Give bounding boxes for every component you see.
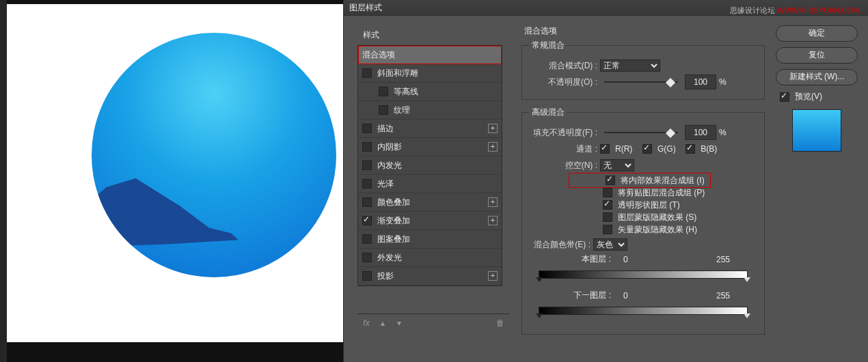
this-layer-black: 0: [623, 255, 651, 264]
checkbox-icon[interactable]: [362, 142, 372, 152]
arrow-up-icon[interactable]: ▴: [378, 318, 388, 328]
artwork-circle: [92, 33, 336, 277]
plus-icon[interactable]: +: [488, 197, 498, 207]
knockout-label: 挖空(N) :: [529, 160, 597, 171]
layer-mask-hides-checkbox[interactable]: [603, 212, 612, 222]
this-layer-white: 255: [716, 255, 744, 264]
checkbox-icon[interactable]: [362, 179, 372, 189]
style-label: 光泽: [377, 178, 394, 190]
style-label: 图案叠加: [377, 234, 410, 245]
group-legend: 高级混合: [529, 107, 567, 118]
underlying-black: 0: [623, 291, 651, 301]
fill-opacity-slider[interactable]: [604, 128, 678, 137]
channel-r-checkbox[interactable]: [600, 144, 610, 154]
style-inner-shadow[interactable]: 内阴影 +: [358, 138, 502, 156]
style-satin[interactable]: 光泽: [358, 175, 502, 193]
style-blending-options[interactable]: 混合选项: [358, 46, 502, 64]
dialog-titlebar[interactable]: 图层样式 思缘设计论坛 WWW.MISSYUAN.COM: [344, 0, 868, 16]
layer-mask-hides-row[interactable]: 图层蒙版隐藏效果 (S): [603, 211, 757, 223]
fill-opacity-input[interactable]: [685, 125, 716, 140]
opacity-label: 不透明度(O) :: [529, 76, 597, 88]
fx-icon[interactable]: fx: [362, 318, 371, 328]
checkbox-icon[interactable]: [379, 87, 388, 96]
preview-checkbox[interactable]: [780, 92, 789, 102]
channel-g-checkbox[interactable]: [642, 144, 652, 154]
underlying-slider[interactable]: [529, 303, 757, 322]
vector-mask-hides-label: 矢量蒙版隐藏效果 (H): [618, 224, 697, 236]
group-legend: 常规混合: [529, 40, 567, 51]
styles-column: 样式 混合选项 斜面和浮雕 等高线 纹理: [344, 16, 515, 362]
options-column: 混合选项 常规混合 混合模式(D) : 正常 不透明度(O) :: [515, 16, 772, 362]
opacity-slider[interactable]: [604, 78, 678, 86]
fill-opacity-label: 填充不透明度(F) :: [529, 127, 597, 139]
style-texture[interactable]: 纹理: [358, 101, 502, 120]
checkbox-icon[interactable]: [362, 234, 372, 244]
arrow-down-icon[interactable]: ▾: [394, 318, 404, 328]
style-inner-glow[interactable]: 内发光: [358, 156, 502, 175]
checkbox-icon[interactable]: [362, 68, 372, 78]
percent-label: %: [719, 77, 727, 87]
style-label: 外发光: [377, 252, 402, 264]
blend-clipped-row[interactable]: 将剪贴图层混合成组 (P): [603, 186, 757, 199]
blend-if-select[interactable]: 灰色: [593, 238, 627, 251]
channel-r-label: R(R): [615, 144, 632, 154]
style-label: 内发光: [377, 160, 402, 171]
this-layer-slider[interactable]: [529, 266, 757, 286]
vector-mask-hides-row[interactable]: 矢量蒙版隐藏效果 (H): [603, 223, 757, 236]
artwork-fin: [92, 167, 239, 277]
trash-icon[interactable]: 🗑: [496, 318, 505, 328]
style-color-overlay[interactable]: 颜色叠加 +: [358, 193, 502, 212]
blend-interior-row[interactable]: 将内部效果混合成组 (I): [570, 174, 709, 186]
channel-b-label: B(B): [701, 144, 717, 154]
preview-swatch: [792, 109, 841, 152]
plus-icon[interactable]: +: [488, 142, 498, 152]
blend-interior-label: 将内部效果混合成组 (I): [621, 175, 705, 186]
knockout-select[interactable]: 无: [600, 159, 634, 171]
buttons-column: 确定 复位 新建样式 (W)... 预览(V): [772, 16, 868, 362]
transparency-shapes-checkbox[interactable]: [603, 200, 612, 210]
style-contour[interactable]: 等高线: [358, 83, 502, 101]
styles-list: 混合选项 斜面和浮雕 等高线 纹理: [357, 45, 502, 286]
style-label: 颜色叠加: [377, 197, 410, 208]
checkbox-icon[interactable]: [362, 253, 372, 262]
plus-icon[interactable]: +: [488, 271, 498, 281]
channels-label: 通道 :: [529, 143, 597, 155]
style-pattern-overlay[interactable]: 图案叠加: [358, 230, 502, 249]
style-gradient-overlay[interactable]: 渐变叠加 +: [358, 212, 502, 230]
style-stroke[interactable]: 描边 +: [358, 120, 502, 138]
checkbox-icon[interactable]: [362, 197, 372, 207]
style-label: 渐变叠加: [377, 215, 410, 227]
style-label: 等高线: [394, 86, 418, 98]
checkbox-icon[interactable]: [379, 105, 388, 115]
new-style-button[interactable]: 新建样式 (W)...: [776, 69, 858, 85]
document-canvas[interactable]: [7, 4, 343, 342]
ok-button[interactable]: 确定: [776, 25, 858, 42]
checkbox-icon[interactable]: [362, 216, 372, 225]
underlying-label: 下一图层 :: [570, 290, 611, 301]
preview-label: 预览(V): [795, 91, 822, 102]
style-label: 混合选项: [362, 49, 395, 61]
vector-mask-hides-checkbox[interactable]: [603, 225, 612, 234]
checkbox-icon[interactable]: [362, 271, 372, 281]
channel-b-checkbox[interactable]: [686, 144, 695, 154]
advanced-blending-group: 高级混合 填充不透明度(F) : % 通道 : R(R): [521, 107, 765, 335]
preview-toggle[interactable]: 预览(V): [780, 91, 858, 102]
dialog-title: 图层样式: [349, 3, 382, 12]
cancel-button[interactable]: 复位: [776, 47, 858, 64]
plus-icon[interactable]: +: [488, 216, 498, 225]
transparency-shapes-row[interactable]: 透明形状图层 (T): [603, 199, 757, 211]
style-label: 斜面和浮雕: [377, 68, 418, 79]
options-heading: 混合选项: [524, 25, 765, 37]
blend-mode-select[interactable]: 正常: [600, 59, 660, 72]
plus-icon[interactable]: +: [488, 124, 498, 133]
checkbox-icon[interactable]: [362, 161, 372, 170]
style-bevel[interactable]: 斜面和浮雕: [358, 64, 502, 83]
blend-interior-checkbox[interactable]: [606, 176, 615, 185]
opacity-input[interactable]: [685, 74, 716, 89]
style-outer-glow[interactable]: 外发光: [358, 249, 502, 267]
styles-header: 样式: [357, 25, 515, 45]
style-label: 描边: [377, 123, 394, 135]
blend-clipped-checkbox[interactable]: [603, 188, 612, 197]
checkbox-icon[interactable]: [362, 124, 372, 133]
style-drop-shadow[interactable]: 投影 +: [358, 267, 502, 286]
